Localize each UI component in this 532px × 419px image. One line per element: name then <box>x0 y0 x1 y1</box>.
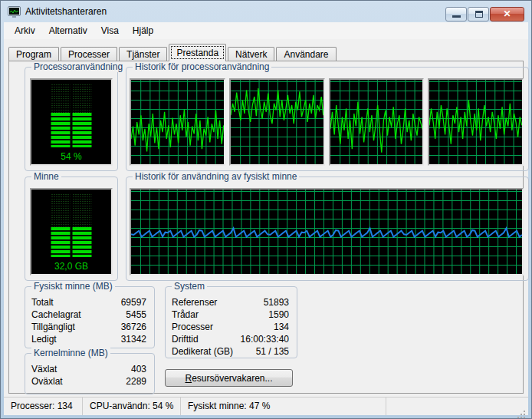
cpu-usage-group: Processoranvändning 54 % <box>25 67 118 171</box>
stat-row: Totalt69597 <box>31 297 146 308</box>
title-bar[interactable]: Aktivitetshanteraren ✕ <box>1 1 531 22</box>
close-button[interactable]: ✕ <box>490 7 524 21</box>
tab-processer[interactable]: Processer <box>61 47 117 61</box>
memory-history-group-title: Historik för användning av fysiskt minne <box>133 171 299 182</box>
resource-monitor-button[interactable]: Resursövervakaren... <box>165 369 293 387</box>
cpu-history-graphs <box>130 78 524 166</box>
menu-hjalp[interactable]: Hjälp <box>126 23 160 38</box>
cpu-history-group: Historik för processoranvändning <box>126 67 529 171</box>
window-body: Arkiv Alternativ Visa Hjälp Program Proc… <box>4 22 528 415</box>
stat-row: Tillgängligt36726 <box>31 322 146 332</box>
status-physical-memory: Fysiskt minne: 47 % <box>181 398 386 415</box>
memory-led-bars <box>51 193 92 257</box>
tab-tjanster[interactable]: Tjänster <box>119 47 167 61</box>
status-processes: Processer: 134 <box>4 398 83 415</box>
window-title: Aktivitetshanteraren <box>25 6 107 17</box>
tab-strip: Program Processer Tjänster Prestanda Nät… <box>8 44 524 61</box>
menu-arkiv[interactable]: Arkiv <box>8 23 42 38</box>
tab-natverk[interactable]: Nätverk <box>228 47 274 61</box>
minimize-icon <box>452 15 461 18</box>
stat-row: Ledigt31342 <box>31 334 146 345</box>
task-manager-window: Aktivitetshanteraren ✕ Arkiv Alternativ … <box>0 0 532 419</box>
cpu-core3-graph <box>329 78 425 166</box>
stat-row: Cachelagrat5455 <box>31 309 146 320</box>
memory-group-title: Minne <box>31 171 61 182</box>
cpu-core1-graph <box>130 78 225 166</box>
resize-grip[interactable] <box>524 411 525 412</box>
cpu-core4-graph <box>428 78 524 166</box>
menu-alternativ[interactable]: Alternativ <box>42 23 94 38</box>
maximize-button[interactable] <box>468 7 489 21</box>
physical-memory-group: Fysiskt minne (MB) Totalt69597 Cachelagr… <box>25 286 155 348</box>
maximize-icon <box>475 11 483 18</box>
physical-memory-rows: Totalt69597 Cachelagrat5455 Tillgängligt… <box>31 297 146 345</box>
status-filler <box>386 398 528 415</box>
memory-history-graph <box>130 188 524 275</box>
physical-memory-group-title: Fysiskt minne (MB) <box>31 281 115 292</box>
performance-tab-page: Processoranvändning 54 % Historik för pr… <box>8 61 524 394</box>
kernel-memory-rows: Växlat403 Oväxlat2289 <box>31 364 146 387</box>
stat-row: Växlat403 <box>31 364 146 374</box>
cpu-usage-value: 54 % <box>31 151 111 162</box>
memory-history-graphs <box>130 188 524 275</box>
stat-row: Oväxlat2289 <box>31 376 146 387</box>
tab-prestanda[interactable]: Prestanda <box>169 44 226 61</box>
status-cpu-usage: CPU-användn: 54 % <box>83 398 181 415</box>
memory-group: Minne 32,0 GB <box>25 177 118 281</box>
minimize-button[interactable] <box>445 7 467 21</box>
menu-bar: Arkiv Alternativ Visa Hjälp <box>4 22 528 39</box>
tab-program[interactable]: Program <box>8 47 59 61</box>
stat-row: Drifttid16:00:33:40 <box>172 334 289 345</box>
stat-row: Processer134 <box>172 322 289 332</box>
close-icon: ✕ <box>503 8 511 19</box>
cpu-led-bars <box>51 84 92 147</box>
cpu-core2-graph <box>229 78 325 166</box>
stat-row: Dedikerat (GB)51 / 135 <box>172 346 289 357</box>
kernel-memory-group-title: Kernelminne (MB) <box>31 348 110 358</box>
task-manager-icon <box>8 6 21 18</box>
system-rows: Referenser51893 Trådar1590 Processer134 … <box>172 297 289 357</box>
memory-gauge: 32,0 GB <box>30 188 113 275</box>
stat-row: Referenser51893 <box>172 297 289 308</box>
memory-usage-value: 32,0 GB <box>31 261 111 272</box>
cpu-usage-group-title: Processoranvändning <box>31 61 125 72</box>
memory-history-group: Historik för användning av fysiskt minne <box>126 177 529 281</box>
system-group-title: System <box>172 281 207 292</box>
stat-row: Trådar1590 <box>172 309 289 320</box>
tab-anvandare[interactable]: Användare <box>276 47 336 61</box>
cpu-usage-gauge: 54 % <box>30 78 113 166</box>
kernel-memory-group: Kernelminne (MB) Växlat403 Oväxlat2289 <box>25 353 155 394</box>
status-bar: Processer: 134 CPU-användn: 54 % Fysiskt… <box>4 397 528 415</box>
menu-visa[interactable]: Visa <box>94 23 126 38</box>
cpu-history-group-title: Historik för processoranvändning <box>133 61 271 72</box>
system-group: System Referenser51893 Trådar1590 Proces… <box>165 286 297 358</box>
window-controls: ✕ <box>445 7 524 21</box>
